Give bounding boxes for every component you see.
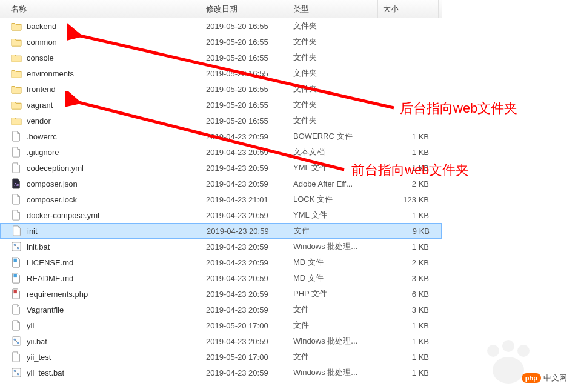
file-date: 2019-04-23 20:59 [201, 164, 288, 173]
file-type: 文件夹 [288, 68, 378, 79]
file-row[interactable]: requirements.php2019-04-23 20:59PHP 文件6 … [0, 286, 442, 302]
folder-icon [11, 99, 22, 110]
file-type: BOWERRC 文件 [288, 131, 378, 142]
file-date: 2019-04-23 20:59 [201, 211, 288, 220]
file-date: 2019-04-23 20:59 [201, 368, 288, 377]
file-type: MD 文件 [288, 257, 378, 268]
file-date: 2019-05-20 17:00 [201, 353, 288, 362]
file-row[interactable]: Vagrantfile2019-04-23 20:59文件3 KB [0, 302, 442, 317]
svg-point-17 [517, 345, 530, 357]
file-name: vendor [27, 116, 51, 125]
bat-icon [11, 336, 22, 347]
file-row[interactable]: common2019-05-20 16:55文件夹 [0, 34, 442, 50]
annotation-backend-label: 后台指向web文件夹 [400, 99, 517, 118]
file-size: 3 KB [378, 305, 434, 314]
svg-rect-5 [14, 274, 17, 277]
file-name: docker-compose.yml [27, 211, 99, 220]
file-date: 2019-05-20 16:55 [201, 38, 288, 47]
file-row[interactable]: composer.lock2019-04-23 21:01LOCK 文件123 … [0, 191, 442, 207]
file-date: 2019-04-23 21:01 [201, 195, 288, 204]
file-size: 1 KB [378, 353, 434, 362]
file-date: 2019-05-20 16:55 [201, 101, 288, 110]
column-header-row: 名称 修改日期 类型 大小 [0, 0, 442, 18]
file-name: frontend [27, 85, 56, 94]
column-header-date-label: 修改日期 [206, 4, 238, 15]
file-name: requirements.php [27, 290, 88, 299]
file-row[interactable]: vendor2019-05-20 16:55文件夹 [0, 113, 442, 128]
file-size: 123 KB [378, 195, 434, 204]
column-header-name-label: 名称 [11, 4, 27, 15]
bat-icon [11, 367, 22, 378]
file-row[interactable]: .gitignore2019-04-23 20:59文本文档1 KB [0, 144, 442, 160]
file-size: 1 KB [378, 242, 434, 251]
file-date: 2019-04-23 20:59 [201, 305, 288, 314]
file-list-pane: 名称 修改日期 类型 大小 backend2019-05-20 16:55文件夹… [0, 0, 442, 392]
file-row[interactable]: console2019-05-20 16:55文件夹 [0, 50, 442, 65]
svg-text:Ae: Ae [14, 182, 19, 187]
file-row[interactable]: README.md2019-04-23 20:59MD 文件3 KB [0, 270, 442, 286]
file-row[interactable]: docker-compose.yml2019-04-23 20:59YML 文件… [0, 207, 442, 223]
file-row[interactable]: init2019-04-23 20:59文件9 KB [0, 223, 442, 239]
file-name: README.md [27, 274, 73, 283]
column-header-size-label: 大小 [383, 4, 399, 15]
file-row[interactable]: yii2019-05-20 17:00文件1 KB [0, 317, 442, 333]
file-row[interactable]: yii_test.bat2019-04-23 20:59Windows 批处理.… [0, 365, 442, 380]
file-icon [12, 225, 22, 236]
file-size: 1 KB [378, 368, 434, 377]
file-row[interactable]: yii.bat2019-04-23 20:59Windows 批处理...1 K… [0, 333, 442, 349]
svg-rect-4 [14, 259, 17, 262]
file-name: Vagrantfile [27, 305, 64, 314]
column-header-date[interactable]: 修改日期 [201, 0, 288, 18]
file-icon [11, 320, 22, 331]
file-name: .bowerrc [27, 132, 57, 141]
file-date: 2019-04-23 20:59 [201, 337, 288, 346]
watermark-php-badge: php [522, 373, 541, 383]
file-row[interactable]: .bowerrc2019-04-23 20:59BOWERRC 文件1 KB [0, 128, 442, 144]
file-date: 2019-04-23 20:59 [201, 258, 288, 267]
file-type: 文件夹 [288, 52, 378, 63]
file-name: codeception.yml [27, 164, 84, 173]
file-name: yii.bat [27, 337, 47, 346]
file-size: 1 KB [378, 321, 434, 330]
file-row[interactable]: environments2019-05-20 16:55文件夹 [0, 65, 442, 81]
file-name: init [27, 227, 38, 236]
file-type: 文件 [288, 320, 378, 331]
file-row[interactable]: init.bat2019-04-23 20:59Windows 批处理...1 … [0, 239, 442, 254]
file-icon [11, 304, 22, 315]
file-icon [11, 147, 22, 158]
file-date: 2019-05-20 16:55 [201, 53, 288, 62]
file-icon [11, 351, 22, 362]
file-type: PHP 文件 [288, 288, 378, 299]
file-size: 9 KB [379, 227, 434, 236]
file-row[interactable]: yii_test2019-05-20 17:00文件1 KB [0, 349, 442, 365]
file-type: 文件夹 [288, 99, 378, 110]
column-header-type[interactable]: 类型 [288, 0, 378, 18]
file-name: LICENSE.md [27, 258, 73, 267]
file-name: composer.lock [27, 195, 77, 204]
file-date: 2019-05-20 16:55 [201, 85, 288, 94]
file-rows-container: backend2019-05-20 16:55文件夹 common2019-05… [0, 18, 442, 380]
column-header-name[interactable]: 名称 [0, 0, 201, 18]
file-name: composer.json [27, 179, 78, 188]
column-header-size[interactable]: 大小 [378, 0, 439, 18]
file-row[interactable]: LICENSE.md2019-04-23 20:59MD 文件2 KB [0, 254, 442, 270]
annotation-frontend-label: 前台指向web文件夹 [351, 161, 469, 179]
file-type: 文件 [288, 351, 378, 362]
file-row[interactable]: vagrant2019-05-20 16:55文件夹 [0, 97, 442, 113]
file-row[interactable]: frontend2019-05-20 16:55文件夹 [0, 81, 442, 97]
file-size: 2 KB [378, 258, 434, 267]
bat-icon [11, 241, 22, 252]
file-date: 2019-04-23 20:59 [201, 242, 288, 251]
file-icon [11, 131, 22, 142]
svg-point-18 [493, 357, 524, 384]
file-size: 1 KB [378, 337, 434, 346]
file-type: 文件 [288, 304, 378, 315]
file-type: Adobe After Eff... [288, 179, 378, 188]
file-date: 2019-04-23 20:59 [201, 179, 288, 188]
file-type: LOCK 文件 [288, 194, 378, 205]
file-row[interactable]: backend2019-05-20 16:55文件夹 [0, 18, 442, 34]
file-name: yii_test [27, 353, 51, 362]
md-icon [11, 257, 22, 268]
file-type: 文本文档 [288, 147, 378, 158]
folder-icon [11, 115, 22, 126]
